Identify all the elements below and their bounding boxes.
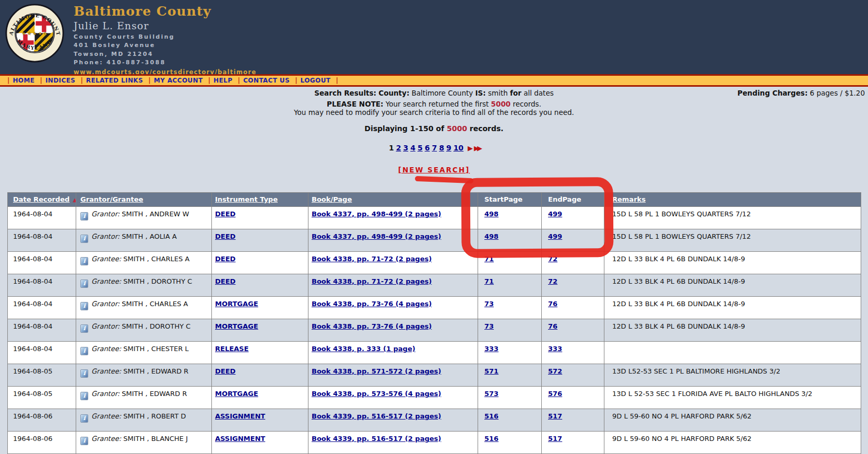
pagination-page-link[interactable]: 10 bbox=[454, 144, 463, 152]
date-recorded-cell: 1964-08-04 bbox=[8, 297, 76, 319]
column-header-book-page[interactable]: Book/Page bbox=[308, 193, 478, 207]
instrument-type-cell: DEED bbox=[212, 207, 308, 229]
end-page-link[interactable]: 72 bbox=[548, 255, 557, 263]
info-icon[interactable]: i bbox=[80, 414, 88, 423]
nav-item-my-account[interactable]: MY ACCOUNT bbox=[154, 77, 203, 84]
info-icon[interactable]: i bbox=[80, 392, 88, 400]
column-header-remarks[interactable]: Remarks bbox=[604, 193, 861, 207]
book-page-link[interactable]: Book 4339, pp. 516-517 (2 pages) bbox=[312, 412, 441, 420]
end-page-link[interactable]: 76 bbox=[548, 322, 557, 330]
new-search-link[interactable]: [NEW SEARCH] bbox=[398, 166, 470, 174]
info-icon[interactable]: i bbox=[80, 212, 88, 220]
end-page-link[interactable]: 72 bbox=[548, 277, 557, 285]
pagination-page-link[interactable]: 7 bbox=[432, 144, 437, 152]
nav-item-help[interactable]: HELP bbox=[213, 77, 232, 84]
start-page-link[interactable]: 498 bbox=[484, 232, 498, 240]
start-page-link[interactable]: 71 bbox=[484, 277, 494, 285]
pagination-page-link[interactable]: 8 bbox=[439, 144, 444, 152]
info-icon[interactable]: i bbox=[80, 302, 88, 310]
end-page-link[interactable]: 499 bbox=[548, 210, 562, 218]
instrument-type-link[interactable]: DEED bbox=[215, 367, 235, 375]
instrument-type-link[interactable]: RELEASE bbox=[215, 345, 248, 353]
book-page-link[interactable]: Book 4338, pp. 71-72 (2 pages) bbox=[312, 277, 432, 285]
date-recorded-cell: 1964-08-05 bbox=[8, 364, 76, 387]
book-page-link[interactable]: Book 4338, pp. 73-76 (4 pages) bbox=[312, 322, 432, 330]
instrument-type-link[interactable]: DEED bbox=[215, 232, 235, 240]
next-pages-icon[interactable]: ▶ bbox=[468, 144, 473, 152]
summary-search-term: smith bbox=[488, 89, 508, 97]
book-page-link[interactable]: Book 4338, pp. 571-572 (2 pages) bbox=[312, 367, 441, 375]
instrument-type-link[interactable]: DEED bbox=[215, 210, 235, 218]
instrument-type-link[interactable]: MORTGAGE bbox=[215, 322, 258, 330]
summary-county-value: Baltimore County bbox=[412, 89, 473, 97]
pagination-page-link[interactable]: 6 bbox=[425, 144, 430, 152]
nav-item-indices[interactable]: INDICES bbox=[45, 77, 75, 84]
start-page-link[interactable]: 573 bbox=[484, 390, 498, 398]
pagination-page-link[interactable]: 5 bbox=[418, 144, 423, 152]
start-page-link[interactable]: 71 bbox=[484, 255, 494, 263]
grantor-grantee-cell: iGrantee: SMITH , EDWARD R bbox=[76, 364, 212, 387]
remarks-cell: 15D L 58 PL 1 BOWLEYS QUARTERS 7/12 bbox=[604, 229, 861, 252]
book-page-link[interactable]: Book 4337, pp. 498-499 (2 pages) bbox=[312, 232, 441, 240]
remarks-cell: 12D L 33 BLK 4 PL 6B DUNDALK 14/8-9 bbox=[604, 274, 861, 297]
instrument-type-link[interactable]: ASSIGNMENT bbox=[215, 435, 265, 443]
end-page-link[interactable]: 517 bbox=[548, 412, 562, 420]
end-page-link[interactable]: 333 bbox=[548, 345, 562, 353]
info-icon[interactable]: i bbox=[80, 324, 88, 333]
last-page-icon[interactable]: ▶▶ bbox=[474, 144, 480, 152]
nav-item-related-links[interactable]: RELATED LINKS bbox=[86, 77, 143, 84]
column-header-instrument-type[interactable]: Instrument Type bbox=[212, 193, 308, 207]
instrument-type-link[interactable]: ASSIGNMENT bbox=[215, 412, 265, 420]
start-page-link[interactable]: 73 bbox=[484, 322, 494, 330]
start-page-link[interactable]: 498 bbox=[484, 210, 498, 218]
remarks-cell: 12D L 33 BLK 4 PL 6B DUNDALK 14/8-9 bbox=[604, 297, 861, 319]
column-header-grantor-grantee[interactable]: Grantor/Grantee bbox=[76, 193, 212, 207]
book-page-cell: Book 4338, p. 333 (1 page) bbox=[308, 342, 478, 364]
pagination-page-link[interactable]: 3 bbox=[403, 144, 408, 152]
pagination-page-link[interactable]: 2 bbox=[396, 144, 401, 152]
book-page-link[interactable]: Book 4338, p. 333 (1 page) bbox=[312, 345, 415, 353]
address-line: 401 Bosley Avenue bbox=[74, 42, 256, 49]
instrument-type-link[interactable]: DEED bbox=[215, 255, 235, 263]
nav-item-home[interactable]: HOME bbox=[13, 77, 34, 84]
results-table-container: Date Recorded▲ Grantor/Grantee Instrumen… bbox=[7, 192, 861, 454]
end-page-link[interactable]: 76 bbox=[548, 300, 557, 308]
info-icon[interactable]: i bbox=[80, 235, 88, 243]
book-page-link[interactable]: Book 4338, pp. 573-576 (4 pages) bbox=[312, 390, 441, 398]
annotation-marker-stroke bbox=[415, 176, 473, 183]
instrument-type-link[interactable]: DEED bbox=[215, 277, 235, 285]
instrument-type-link[interactable]: MORTGAGE bbox=[215, 300, 258, 308]
start-page-link[interactable]: 516 bbox=[484, 435, 498, 443]
info-icon[interactable]: i bbox=[80, 369, 88, 378]
info-icon[interactable]: i bbox=[80, 347, 88, 355]
column-header-end-page: EndPage bbox=[542, 193, 604, 207]
info-icon[interactable]: i bbox=[80, 437, 88, 445]
book-page-link[interactable]: Book 4339, pp. 516-517 (2 pages) bbox=[312, 435, 441, 443]
instrument-type-link[interactable]: MORTGAGE bbox=[215, 390, 258, 398]
party-name: SMITH , ANDREW W bbox=[122, 210, 189, 218]
pagination-page-link[interactable]: 4 bbox=[410, 144, 415, 152]
start-page-link[interactable]: 516 bbox=[484, 412, 498, 420]
book-page-link[interactable]: Book 4337, pp. 498-499 (2 pages) bbox=[312, 210, 441, 218]
start-page-link[interactable]: 333 bbox=[484, 345, 498, 353]
address-line: Phone: 410-887-3088 bbox=[74, 59, 256, 66]
book-page-link[interactable]: Book 4338, pp. 71-72 (2 pages) bbox=[312, 255, 432, 263]
column-header-date-recorded[interactable]: Date Recorded▲ bbox=[8, 193, 76, 207]
end-page-cell: 576 bbox=[542, 387, 604, 409]
table-row: 1964-08-04 iGrantor: SMITH , ANDREW W DE… bbox=[8, 207, 861, 229]
note-label: PLEASE NOTE: bbox=[327, 100, 383, 108]
party-role: Grantor: bbox=[91, 210, 120, 218]
start-page-link[interactable]: 73 bbox=[484, 300, 494, 308]
start-page-link[interactable]: 571 bbox=[484, 367, 498, 375]
pagination-page-link[interactable]: 9 bbox=[446, 144, 451, 152]
nav-item-logout[interactable]: LOGOUT bbox=[301, 77, 331, 84]
nav-item-contact-us[interactable]: CONTACT US bbox=[243, 77, 290, 84]
end-page-link[interactable]: 517 bbox=[548, 435, 562, 443]
end-page-link[interactable]: 499 bbox=[548, 232, 562, 240]
book-page-link[interactable]: Book 4338, pp. 73-76 (4 pages) bbox=[312, 300, 432, 308]
end-page-link[interactable]: 576 bbox=[548, 390, 562, 398]
grantor-grantee-cell: iGrantor: SMITH , AOLIA A bbox=[76, 229, 212, 252]
info-icon[interactable]: i bbox=[80, 257, 88, 265]
end-page-link[interactable]: 572 bbox=[548, 367, 562, 375]
info-icon[interactable]: i bbox=[80, 280, 88, 288]
